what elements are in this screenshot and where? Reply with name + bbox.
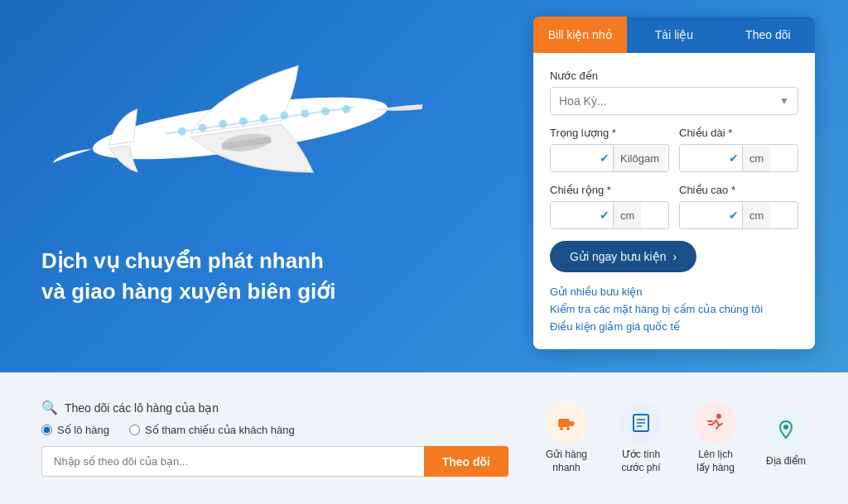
check-icon: ✔: [596, 151, 613, 165]
tab-bar: Bill kiện nhỏ Tài liệu Theo dõi: [533, 17, 815, 53]
link-prohibited[interactable]: Kiểm tra các mặt hàng bị cấm của chúng t…: [550, 303, 798, 315]
radio-lo-hang[interactable]: Số lô hàng: [41, 424, 109, 436]
width-group: Chiều rộng * 50 ✔ cm: [550, 184, 669, 229]
weight-group: Trọng lượng * 5 ✔ Kilôgam: [550, 127, 669, 172]
booking-card: Bill kiện nhỏ Tài liệu Theo dõi Nước đến…: [533, 17, 815, 349]
hero-text: Dịch vụ chuyển phát nhanh và giao hàng x…: [41, 246, 336, 306]
svg-point-15: [566, 427, 570, 430]
tracking-input[interactable]: [41, 446, 424, 477]
icon-item-location[interactable]: Địa điểm: [765, 409, 807, 468]
icon-location-label: Địa điểm: [766, 455, 806, 468]
height-group: Chiều cao * 50 ✔ cm: [679, 184, 798, 229]
width-unit: cm: [613, 203, 641, 228]
svg-point-14: [560, 427, 563, 430]
length-group: Chiều dài * 50 ✔ cm: [679, 127, 798, 172]
svg-point-23: [783, 425, 788, 430]
estimate-icon: [620, 402, 662, 444]
icon-schedule-label: Lên lịch lấy hàng: [691, 449, 740, 474]
icon-send-label: Gửi hàng nhanh: [542, 449, 591, 474]
tracking-section: 🔍 Theo dõi các lô hàng của bạn Số lô hàn…: [41, 400, 508, 477]
radio-tham-chieu[interactable]: Số tham chiếu của khách hàng: [129, 424, 295, 436]
links-section: Gửi nhiều bưu kiện Kiểm tra các mặt hàng…: [550, 286, 798, 333]
radio-lo-hang-label: Số lô hàng: [57, 424, 109, 436]
width-input[interactable]: 50: [551, 202, 596, 228]
check-icon-3: ✔: [596, 209, 613, 222]
location-icon: [765, 409, 807, 450]
svg-rect-13: [558, 419, 570, 427]
check-icon-4: ✔: [725, 209, 742, 222]
country-label: Nước đến: [550, 70, 798, 82]
tracking-title-text: Theo dõi các lô hàng của bạn: [65, 401, 219, 415]
radio-tham-chieu-label: Số tham chiếu của khách hàng: [145, 424, 295, 436]
tab-tai-lieu[interactable]: Tài liệu: [627, 17, 720, 53]
height-label: Chiều cao *: [679, 184, 798, 196]
height-unit: cm: [742, 203, 770, 228]
schedule-icon: [695, 402, 736, 444]
tracking-search-icon: 🔍: [41, 400, 58, 415]
weight-label: Trọng lượng *: [550, 127, 669, 139]
width-label: Chiều rộng *: [550, 184, 669, 196]
length-label: Chiều dài *: [679, 127, 798, 139]
submit-label: Gửi ngay bưu kiện: [570, 250, 667, 263]
length-unit: cm: [742, 146, 770, 171]
submit-button[interactable]: Gửi ngay bưu kiện ›: [550, 241, 696, 272]
radio-lo-hang-input[interactable]: [41, 425, 52, 435]
arrow-icon: ›: [673, 250, 677, 263]
svg-point-20: [716, 414, 721, 419]
tab-bill-kien-nho[interactable]: Bill kiện nhỏ: [533, 17, 627, 53]
icon-estimate-label: Ước tính cước phí: [616, 449, 666, 474]
weight-unit: Kilôgam: [613, 146, 666, 171]
icon-item-schedule[interactable]: Lên lịch lấy hàng: [691, 402, 740, 474]
country-input[interactable]: [551, 88, 771, 114]
bottom-section: 🔍 Theo dõi các lô hàng của bạn Số lô hàn…: [0, 372, 848, 504]
track-button[interactable]: Theo dõi: [424, 446, 508, 477]
weight-input[interactable]: 5: [551, 145, 596, 171]
length-input[interactable]: 50: [680, 145, 725, 171]
icon-item-estimate[interactable]: Ước tính cước phí: [616, 402, 666, 474]
tracking-input-row: Theo dõi: [41, 446, 508, 477]
icon-grid: Gửi hàng nhanh Ước tính cước phí: [542, 402, 807, 474]
country-group: Nước đến ▼: [550, 70, 798, 115]
check-icon-2: ✔: [725, 151, 742, 165]
airplane-image: [25, 25, 422, 215]
tab-theo-doi[interactable]: Theo dõi: [721, 17, 815, 53]
radio-tham-chieu-input[interactable]: [129, 425, 140, 435]
height-input[interactable]: 50: [680, 202, 725, 228]
link-send-multiple[interactable]: Gửi nhiều bưu kiện: [550, 286, 798, 298]
radio-group: Số lô hàng Số tham chiếu của khách hàng: [41, 424, 508, 436]
chevron-down-icon: ▼: [771, 89, 797, 113]
send-fast-icon: [546, 402, 587, 444]
icon-item-send[interactable]: Gửi hàng nhanh: [542, 402, 591, 474]
link-discount[interactable]: Điều kiện giảm giá quốc tế: [550, 320, 798, 333]
